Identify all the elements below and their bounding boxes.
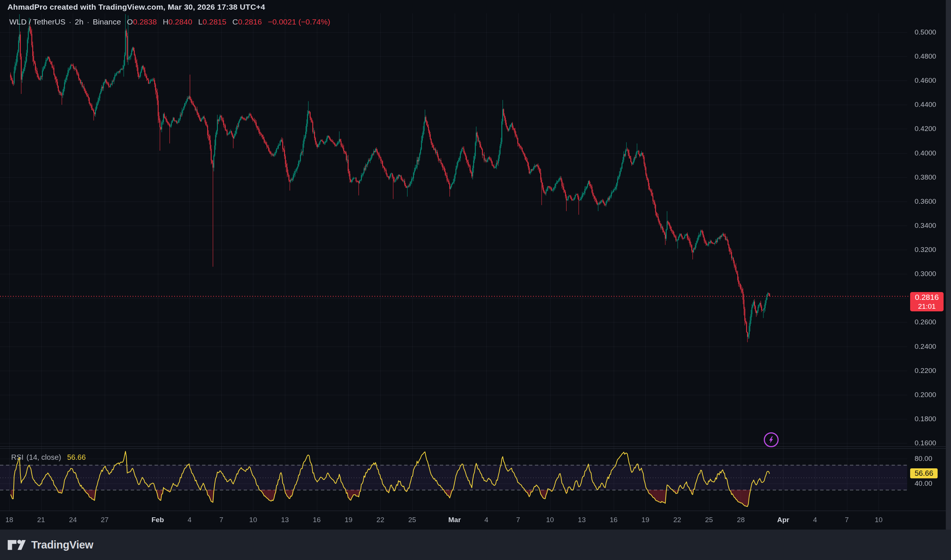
- attribution-header: AhmadPro created with TradingView.com, M…: [8, 3, 265, 11]
- current-price-label: 0.2816 21:01: [910, 292, 943, 311]
- price-tick-label: 0.4200: [915, 125, 950, 133]
- rsi-value-label: 56.66: [910, 468, 938, 478]
- price-tick-label: 0.4000: [915, 149, 950, 157]
- separator-dot: ·: [87, 17, 90, 26]
- time-tick-label: 4: [802, 515, 828, 525]
- time-tick-label: Apr: [770, 515, 796, 525]
- lightning-boost-button[interactable]: [764, 432, 779, 447]
- price-tick-label: 0.2600: [915, 318, 950, 326]
- time-tick-label: 7: [208, 515, 235, 525]
- price-tick-label: 0.3400: [915, 222, 950, 230]
- rsi-current-value: 56.66: [67, 453, 86, 462]
- time-tick-label: 4: [473, 515, 499, 525]
- close-value: 0.2816: [238, 17, 262, 26]
- time-tick-label: 13: [569, 515, 595, 525]
- rsi-title[interactable]: RSI: [11, 453, 23, 462]
- time-tick-label: 7: [505, 515, 531, 525]
- time-tick-label: Mar: [442, 515, 468, 525]
- low-label: L: [198, 17, 203, 26]
- tradingview-logo-icon[interactable]: [8, 539, 26, 551]
- time-tick-label: 10: [537, 515, 563, 525]
- time-tick-label: 24: [60, 515, 86, 525]
- time-tick-label: 19: [335, 515, 361, 525]
- time-tick-label: 7: [834, 515, 860, 525]
- time-tick-label: 25: [399, 515, 425, 525]
- low-value: 0.2815: [202, 17, 226, 26]
- price-tick-label: 0.2200: [915, 367, 950, 375]
- high-label: H: [163, 17, 168, 26]
- time-tick-label: 13: [272, 515, 298, 525]
- open-label: O: [127, 17, 133, 26]
- price-tick-label: 0.5000: [915, 28, 950, 36]
- exchange-label[interactable]: Binance: [93, 17, 121, 26]
- bar-countdown: 21:01: [910, 302, 943, 311]
- close-label: C: [232, 17, 238, 26]
- right-edge-strip[interactable]: [946, 0, 951, 529]
- time-tick-label: 18: [0, 515, 22, 525]
- change-value: −0.0021 (−0.74%): [268, 17, 330, 26]
- price-tick-label: 0.3000: [915, 270, 950, 278]
- time-tick-label: 10: [866, 515, 892, 525]
- time-tick-label: Feb: [145, 515, 171, 525]
- price-tick-label: 0.4800: [915, 52, 950, 60]
- time-tick-label: 22: [664, 515, 690, 525]
- interval-label[interactable]: 2h: [75, 17, 83, 26]
- time-tick-label: 16: [304, 515, 330, 525]
- price-tick-label: 0.1800: [915, 415, 950, 423]
- current-price-value: 0.2816: [910, 292, 943, 302]
- price-tick-label: 0.1600: [915, 439, 950, 447]
- time-tick-label: 22: [367, 515, 394, 525]
- rsi-tick-label: 40.00: [915, 480, 950, 488]
- time-tick-label: 10: [240, 515, 266, 525]
- time-tick-label: 19: [632, 515, 658, 525]
- rsi-indicator-legend[interactable]: RSI (14, close) 56.66: [11, 453, 86, 462]
- lightning-icon: [766, 435, 776, 445]
- open-value: 0.2838: [133, 17, 157, 26]
- attribution-text: AhmadPro created with TradingView.com, M…: [8, 3, 265, 11]
- tradingview-snapshot: AhmadPro created with TradingView.com, M…: [0, 0, 951, 560]
- tradingview-footer: TradingView: [0, 529, 951, 560]
- time-tick-label: 16: [601, 515, 627, 525]
- symbol-info-bar[interactable]: WLD / TetherUS · 2h · Binance O0.2838 H0…: [9, 17, 330, 26]
- time-tick-label: 4: [176, 515, 202, 525]
- time-tick-label: 25: [696, 515, 722, 525]
- rsi-axis-value: 56.66: [915, 469, 933, 477]
- time-tick-label: 21: [28, 515, 54, 525]
- price-tick-label: 0.2400: [915, 343, 950, 351]
- price-chart-canvas[interactable]: [0, 0, 951, 529]
- price-tick-label: 0.3600: [915, 197, 950, 206]
- price-tick-label: 0.3800: [915, 173, 950, 182]
- time-tick-label: 28: [728, 515, 754, 525]
- time-tick-label: 27: [92, 515, 118, 525]
- symbol-name[interactable]: WLD / TetherUS: [9, 17, 65, 26]
- price-tick-label: 0.4600: [915, 77, 950, 85]
- tradingview-wordmark[interactable]: TradingView: [31, 539, 93, 551]
- price-tick-label: 0.4400: [915, 101, 950, 109]
- high-value: 0.2840: [168, 17, 192, 26]
- rsi-tick-label: 80.00: [915, 455, 950, 463]
- price-tick-label: 0.2000: [915, 391, 950, 399]
- price-tick-label: 0.3200: [915, 246, 950, 254]
- separator-dot: ·: [69, 17, 71, 26]
- rsi-params: (14, close): [26, 453, 61, 462]
